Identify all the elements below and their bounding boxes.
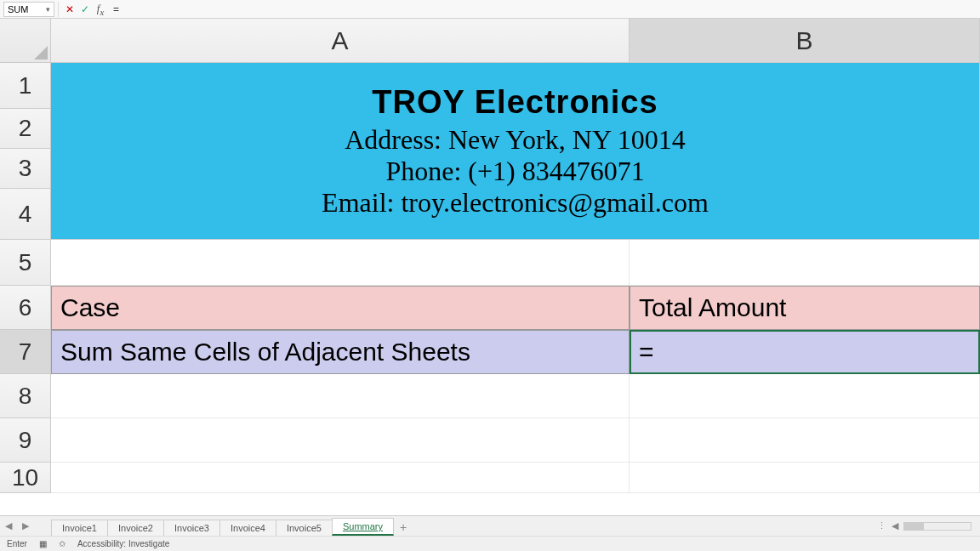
row-headers: 1 2 3 4 5 6 7 8 9 10 <box>0 63 51 493</box>
row-header-10[interactable]: 10 <box>0 463 51 493</box>
tab-nav-prev[interactable]: ◀ <box>0 518 17 535</box>
cell-b6[interactable]: Total Amount <box>630 286 980 330</box>
sheet-tab-strip: ◀ ▶ Invoice1 Invoice2 Invoice3 Invoice4 … <box>0 515 980 536</box>
row-header-4[interactable]: 4 <box>0 189 51 240</box>
formula-input[interactable] <box>108 2 980 17</box>
cell-a5[interactable] <box>51 240 630 286</box>
scroll-sep-icon: ⋮ <box>877 520 886 531</box>
company-phone: Phone: (+1) 834476071 <box>385 156 644 187</box>
column-header-b[interactable]: B <box>630 19 980 63</box>
cell-b7-value: = <box>639 338 654 366</box>
cell-a10[interactable] <box>51 463 630 493</box>
row-header-3[interactable]: 3 <box>0 149 51 189</box>
tab-invoice5[interactable]: Invoice5 <box>276 520 333 536</box>
cell-b5[interactable] <box>630 240 980 286</box>
company-title: TROY Electronics <box>372 84 658 121</box>
scroll-track[interactable] <box>903 522 971 531</box>
cell-a9[interactable] <box>51 418 630 463</box>
scroll-left-icon: ◀ <box>892 520 898 531</box>
spreadsheet-grid: A B 1 2 3 4 5 6 7 8 9 10 TROY Electronic… <box>0 19 980 512</box>
chevron-down-icon: ▾ <box>46 5 50 14</box>
select-all-corner[interactable] <box>0 19 51 63</box>
accessibility-label[interactable]: Accessibility: Investigate <box>77 539 169 548</box>
text-cursor <box>654 339 655 365</box>
name-box-value: SUM <box>8 4 28 14</box>
tab-invoice4[interactable]: Invoice4 <box>219 520 276 536</box>
tab-invoice2[interactable]: Invoice2 <box>107 520 164 536</box>
fx-button[interactable]: fx <box>93 2 108 17</box>
cancel-button[interactable]: ✕ <box>62 2 77 17</box>
status-mode: Enter <box>7 539 27 548</box>
row-header-9[interactable]: 9 <box>0 418 51 463</box>
tab-summary[interactable]: Summary <box>332 518 394 536</box>
row-header-7[interactable]: 7 <box>0 330 51 374</box>
row-header-6[interactable]: 6 <box>0 286 51 330</box>
row-header-5[interactable]: 5 <box>0 240 51 286</box>
cell-b7[interactable]: = <box>630 330 980 374</box>
company-address: Address: New York, NY 10014 <box>345 124 686 156</box>
status-bar: Enter ▦ ✩ Accessibility: Investigate <box>0 536 980 551</box>
company-email: Email: troy.electronics@gmail.com <box>322 187 709 219</box>
row-header-2[interactable]: 2 <box>0 109 51 149</box>
cell-a8[interactable] <box>51 374 630 418</box>
tab-invoice1[interactable]: Invoice1 <box>51 520 108 536</box>
column-header-a[interactable]: A <box>51 19 630 63</box>
sheet-tabs: Invoice1 Invoice2 Invoice3 Invoice4 Invo… <box>51 516 413 536</box>
confirm-button[interactable]: ✓ <box>77 2 93 17</box>
formula-bar: SUM ▾ ✕ ✓ fx <box>0 0 980 19</box>
row-header-1[interactable]: 1 <box>0 63 51 109</box>
cell-b10[interactable] <box>630 463 980 493</box>
name-box[interactable]: SUM ▾ <box>3 2 54 17</box>
cell-body: TROY Electronics Address: New York, NY 1… <box>51 63 980 493</box>
column-headers: A B <box>0 19 980 63</box>
separator <box>58 2 59 17</box>
tab-invoice3[interactable]: Invoice3 <box>163 520 220 536</box>
cell-b9[interactable] <box>630 418 980 463</box>
add-sheet-button[interactable]: + <box>393 519 413 536</box>
workbook-stats-icon[interactable]: ▦ <box>39 539 47 548</box>
horizontal-scroll[interactable]: ⋮ ◀ <box>877 520 971 531</box>
row-header-8[interactable]: 8 <box>0 374 51 418</box>
cell-a6[interactable]: Case <box>51 286 630 330</box>
tab-nav-next[interactable]: ▶ <box>17 518 34 535</box>
cell-b8[interactable] <box>630 374 980 418</box>
accessibility-icon[interactable]: ✩ <box>59 539 66 548</box>
cell-a7[interactable]: Sum Same Cells of Adjacent Sheets <box>51 330 630 374</box>
company-header-block[interactable]: TROY Electronics Address: New York, NY 1… <box>51 63 980 240</box>
